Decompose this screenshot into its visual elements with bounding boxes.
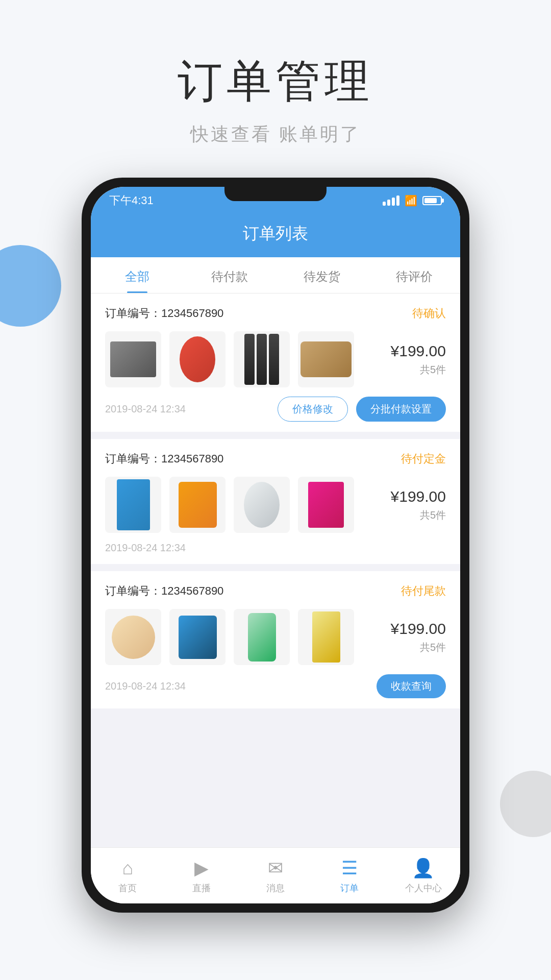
status-time: 下午4:31 [109,193,154,208]
product-cookies-img [112,616,155,659]
tab-pending-ship[interactable]: 待发货 [276,257,368,293]
app-header: 订单列表 [91,214,460,257]
nav-order[interactable]: ☰ 订单 [312,848,386,903]
order-price-area-1: ¥199.00 共5件 [391,342,446,377]
live-icon: ▶ [194,857,209,879]
page-header: 订单管理 快速查看 账单明了 [0,0,551,178]
batch-payment-button[interactable]: 分批付款设置 [356,397,446,422]
order-products-2: ¥199.00 共5件 [105,477,446,533]
product-sofa-img [300,341,352,377]
product-snack-img [117,479,150,530]
tabs-bar: 全部 待付款 待发货 待评价 [91,257,460,293]
profile-icon: 👤 [412,857,435,879]
product-img-box [105,477,161,533]
page-subtitle: 快速查看 账单明了 [0,122,551,147]
order-price-3: ¥199.00 [391,620,446,638]
tab-pending-review[interactable]: 待评价 [368,257,460,293]
nav-message-label: 消息 [266,882,285,894]
order-status-2: 待付定金 [401,451,446,467]
product-img-box [169,331,226,387]
order-date-3: 2019-08-24 12:34 [105,680,186,692]
nav-live-label: 直播 [192,882,211,894]
nav-profile-label: 个人中心 [405,882,442,894]
order-products-3: ¥199.00 共5件 [105,609,446,665]
product-img-box [234,331,290,387]
order-date-1: 2019-08-24 12:34 [105,403,186,415]
product-img-box [169,609,226,665]
bottom-nav: ⌂ 首页 ▶ 直播 ✉ 消息 ☰ 订单 👤 个人中心 [91,847,460,903]
order-header-1: 订单编号：1234567890 待确认 [105,306,446,321]
wifi-icon: 📶 [405,194,417,207]
order-footer-3: 2019-08-24 12:34 收款查询 [105,674,446,698]
page-title: 订单管理 [0,51,551,112]
phone-wrapper: 下午4:31 📶 订单列表 [0,178,551,913]
phone-shell: 下午4:31 📶 订单列表 [82,178,469,913]
product-sauce-img [179,482,217,528]
order-price-1: ¥199.00 [391,342,446,360]
order-number-2: 订单编号：1234567890 [105,451,223,467]
order-count-2: 共5件 [391,508,446,522]
app-header-title: 订单列表 [91,223,460,245]
home-icon: ⌂ [122,857,134,879]
order-price-area-2: ¥199.00 共5件 [391,488,446,522]
phone-inner: 下午4:31 📶 订单列表 [91,187,460,903]
product-serum-img [312,611,340,663]
order-icon: ☰ [341,857,358,879]
product-med-img [308,482,344,528]
tab-all[interactable]: 全部 [91,257,183,293]
nav-home[interactable]: ⌂ 首页 [91,848,165,903]
order-actions-1: 价格修改 分批付款设置 [278,397,446,422]
signal-icon [383,195,399,206]
product-printer-img [110,341,156,377]
order-header-2: 订单编号：1234567890 待付定金 [105,451,446,467]
product-img-box [234,477,290,533]
product-img-box [105,331,161,387]
nav-live[interactable]: ▶ 直播 [165,848,239,903]
nav-message[interactable]: ✉ 消息 [239,848,313,903]
nav-order-label: 订单 [340,882,359,894]
order-number-3: 订单编号：1234567890 [105,583,223,599]
order-products-1: ¥199.00 共5件 [105,331,446,387]
order-card-3: 订单编号：1234567890 待付尾款 [91,571,460,708]
order-footer-2: 2019-08-24 12:34 [105,542,446,554]
order-status-1: 待确认 [412,306,446,321]
order-footer-1: 2019-08-24 12:34 价格修改 分批付款设置 [105,397,446,422]
status-icons: 📶 [383,194,442,207]
message-icon: ✉ [268,857,283,879]
order-header-3: 订单编号：1234567890 待付尾款 [105,583,446,599]
order-count-3: 共5件 [391,641,446,654]
product-bluebox-img [179,616,217,659]
order-status-3: 待付尾款 [401,583,446,599]
product-lantern-img [180,336,215,382]
order-count-1: 共5件 [391,363,446,377]
order-card-1: 订单编号：1234567890 待确认 [91,293,460,432]
product-img-box [298,609,354,665]
nav-profile[interactable]: 👤 个人中心 [386,848,460,903]
order-number-1: 订单编号：1234567890 [105,306,223,321]
order-price-2: ¥199.00 [391,488,446,505]
price-modify-button[interactable]: 价格修改 [278,397,348,422]
order-date-2: 2019-08-24 12:34 [105,542,186,554]
order-card-2: 订单编号：1234567890 待付定金 [91,439,460,564]
product-lotion-img [248,613,276,662]
battery-icon [422,196,442,205]
product-cream-img [244,482,280,528]
collect-query-button[interactable]: 收款查询 [377,674,446,698]
product-img-box [298,331,354,387]
nav-home-label: 首页 [118,882,137,894]
product-img-box [234,609,290,665]
product-rods-img [244,334,255,385]
product-img-box [298,477,354,533]
product-rods-img-2 [257,334,267,385]
product-img-box [105,609,161,665]
tab-pending-payment[interactable]: 待付款 [183,257,276,293]
product-rods-img-3 [269,334,279,385]
orders-content: 订单编号：1234567890 待确认 [91,293,460,847]
product-img-box [169,477,226,533]
order-price-area-3: ¥199.00 共5件 [391,620,446,654]
phone-notch [224,187,327,201]
